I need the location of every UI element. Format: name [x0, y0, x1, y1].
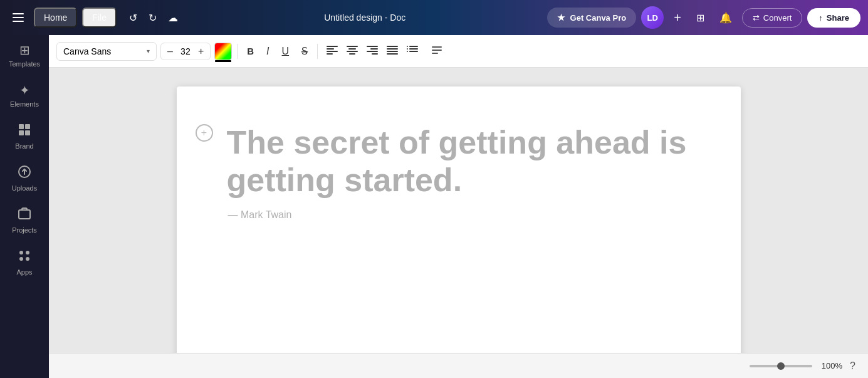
svg-rect-23 [387, 48, 398, 50]
increase-font-size-button[interactable]: + [197, 46, 205, 57]
get-canva-pro-button[interactable]: ★ Get Canva Pro [547, 8, 637, 28]
bottom-bar: 100% ? [49, 353, 868, 378]
svg-rect-2 [19, 130, 24, 135]
svg-rect-20 [367, 51, 378, 52]
text-color-swatch[interactable] [214, 43, 232, 60]
svg-rect-10 [327, 46, 338, 47]
underline-button[interactable]: U [278, 43, 294, 60]
zoom-track[interactable] [750, 365, 812, 367]
svg-rect-17 [349, 53, 355, 55]
svg-point-9 [26, 257, 29, 261]
brand-icon [18, 123, 31, 140]
svg-point-8 [19, 257, 23, 261]
italic-button[interactable]: I [262, 43, 273, 60]
uploads-icon [18, 165, 31, 182]
align-left-button[interactable] [323, 43, 342, 60]
svg-rect-14 [347, 46, 358, 47]
convert-icon: ⇄ [753, 13, 760, 23]
list-options-button[interactable] [403, 43, 422, 60]
cloud-save-button[interactable]: ☁ [163, 8, 183, 28]
svg-rect-22 [387, 46, 398, 47]
svg-rect-1 [25, 124, 30, 129]
sidebar-item-apps[interactable]: Apps [0, 241, 49, 283]
more-options-button[interactable] [427, 41, 447, 62]
zoom-level-label: 100% [817, 361, 842, 370]
add-content-block-button[interactable]: + [196, 124, 213, 142]
add-collaborator-button[interactable]: + [669, 8, 686, 28]
sidebar-item-label: Uploads [12, 184, 37, 192]
help-button[interactable]: ? [847, 359, 858, 373]
home-button[interactable]: Home [34, 8, 77, 28]
svg-rect-19 [370, 48, 378, 50]
zoom-thumb[interactable] [777, 362, 785, 370]
svg-rect-0 [19, 124, 24, 129]
templates-icon: ⊞ [19, 43, 30, 58]
apps-icon [18, 249, 31, 266]
formatting-toolbar: Canva Sans ▾ – 32 + B I U S̶ [49, 35, 868, 68]
sidebar-item-uploads[interactable]: Uploads [0, 157, 49, 199]
undo-button[interactable]: ↺ [124, 8, 142, 28]
divider [237, 44, 238, 59]
svg-rect-5 [19, 210, 30, 219]
svg-rect-12 [327, 51, 338, 52]
svg-rect-30 [407, 51, 408, 52]
svg-rect-13 [327, 53, 333, 55]
align-justify-button[interactable] [383, 43, 402, 60]
convert-button[interactable]: ⇄ Convert [742, 8, 803, 28]
svg-rect-21 [372, 53, 378, 55]
svg-rect-11 [327, 48, 334, 50]
svg-rect-31 [409, 51, 418, 52]
bold-button[interactable]: B [243, 43, 258, 60]
sidebar-item-templates[interactable]: ⊞ Templates [0, 35, 49, 75]
document-title: Untitled design - Doc [188, 13, 542, 23]
svg-rect-16 [347, 51, 358, 52]
chevron-down-icon: ▾ [147, 48, 150, 55]
svg-rect-18 [367, 46, 378, 47]
redo-button[interactable]: ↻ [144, 8, 162, 28]
sidebar: ⊞ Templates ✦ Elements Brand Uploads [0, 0, 49, 378]
svg-rect-3 [25, 130, 30, 135]
svg-point-7 [26, 251, 29, 255]
svg-rect-26 [407, 46, 408, 47]
quote-text[interactable]: The secret of getting ahead is getting s… [227, 124, 691, 199]
svg-rect-28 [407, 48, 408, 50]
align-center-button[interactable] [343, 43, 362, 60]
projects-icon [18, 207, 31, 224]
divider [317, 44, 318, 59]
svg-rect-24 [387, 51, 398, 52]
elements-icon: ✦ [19, 83, 30, 98]
canvas-area: + The secret of getting ahead is getting… [49, 68, 868, 378]
font-size-control: – 32 + [160, 43, 211, 60]
align-right-button[interactable] [363, 43, 382, 60]
svg-rect-27 [409, 46, 418, 47]
sidebar-item-label: Projects [12, 226, 37, 234]
history-controls: ↺ ↻ ☁ [124, 8, 183, 28]
file-button[interactable]: File [82, 8, 117, 28]
strikethrough-button[interactable]: S̶ [297, 42, 312, 60]
sidebar-item-label: Apps [16, 268, 32, 276]
decrease-font-size-button[interactable]: – [166, 46, 174, 57]
apps-grid-button[interactable]: ⊞ [691, 9, 709, 26]
notifications-button[interactable]: 🔔 [714, 9, 737, 26]
svg-point-6 [19, 251, 23, 255]
share-button[interactable]: ↑ Share [807, 8, 860, 28]
attribution-text: — Mark Twain [228, 209, 691, 221]
zoom-control [750, 365, 812, 367]
top-nav: Home File ↺ ↻ ☁ Untitled design - Doc ★ … [0, 0, 868, 35]
sidebar-item-projects[interactable]: Projects [0, 199, 49, 241]
document-page[interactable]: + The secret of getting ahead is getting… [177, 87, 741, 375]
sidebar-item-elements[interactable]: ✦ Elements [0, 75, 49, 115]
sidebar-item-brand[interactable]: Brand [0, 115, 49, 157]
share-icon: ↑ [818, 13, 823, 23]
font-size-value: 32 [177, 46, 194, 56]
star-icon: ★ [557, 13, 565, 23]
avatar[interactable]: LD [641, 6, 664, 29]
plus-icon: + [201, 127, 207, 139]
sidebar-item-label: Templates [9, 60, 40, 68]
sidebar-item-label: Elements [10, 100, 39, 108]
font-name-label: Canva Sans [63, 46, 111, 56]
hamburger-menu-button[interactable] [8, 8, 29, 27]
svg-rect-25 [387, 53, 398, 55]
font-family-select[interactable]: Canva Sans ▾ [56, 42, 157, 61]
text-alignment-group [323, 43, 422, 60]
